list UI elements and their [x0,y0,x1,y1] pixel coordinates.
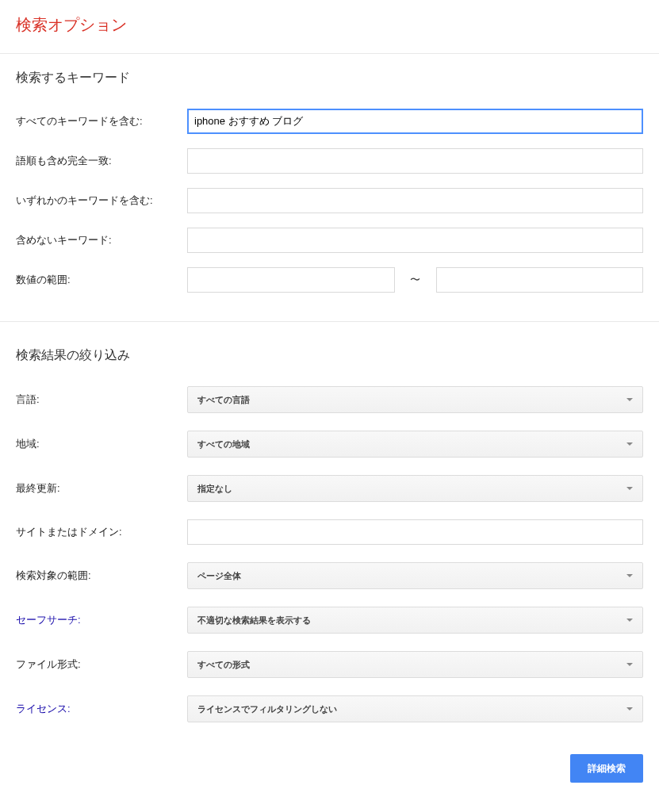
language-select[interactable]: すべての言語 [187,386,643,413]
exact-phrase-input[interactable] [187,148,643,174]
any-words-label: いずれかのキーワードを含む: [16,193,187,208]
last-update-value: 指定なし [197,483,232,495]
number-range-label: 数値の範囲: [16,273,187,287]
file-type-select[interactable]: すべての形式 [187,651,643,678]
site-domain-row: サイトまたはドメイン: [16,519,643,545]
all-words-row: すべてのキーワードを含む: [16,109,643,134]
refine-section: 検索結果の絞り込み 言語: すべての言語 地域: すべての地域 最終更新: 指定… [0,322,659,722]
region-label: 地域: [16,437,187,451]
refine-heading: 検索結果の絞り込み [16,347,643,364]
any-words-row: いずれかのキーワードを含む: [16,188,643,213]
language-row: 言語: すべての言語 [16,386,643,413]
search-scope-value: ページ全体 [197,570,241,582]
search-scope-select[interactable]: ページ全体 [187,562,643,589]
keywords-heading: 検索するキーワード [16,70,643,86]
submit-row: 詳細検索 [0,740,659,799]
file-type-label: ファイル形式: [16,657,187,672]
license-label[interactable]: ライセンス: [16,702,187,716]
any-words-input[interactable] [187,188,643,213]
last-update-label: 最終更新: [16,481,187,496]
page-title: 検索オプション [0,0,659,53]
license-row: ライセンス: ライセンスでフィルタリングしない [16,695,643,722]
site-domain-label: サイトまたはドメイン: [16,525,187,539]
advanced-search-button[interactable]: 詳細検索 [570,754,643,783]
number-range-to-input[interactable] [436,267,644,293]
keywords-section: 検索するキーワード すべてのキーワードを含む: 語順も含め完全一致: いずれかの… [0,54,659,321]
none-words-input[interactable] [187,228,643,253]
number-range-from-input[interactable] [187,267,395,293]
safe-search-row: セーフサーチ: 不適切な検索結果を表示する [16,607,643,634]
region-value: すべての地域 [197,439,250,450]
safe-search-select[interactable]: 不適切な検索結果を表示する [187,607,643,634]
last-update-select[interactable]: 指定なし [187,475,643,502]
all-words-input[interactable] [187,109,643,134]
all-words-label: すべてのキーワードを含む: [16,114,187,128]
range-separator: 〜 [395,273,436,287]
file-type-row: ファイル形式: すべての形式 [16,651,643,678]
safe-search-label[interactable]: セーフサーチ: [16,613,187,627]
license-value: ライセンスでフィルタリングしない [197,703,337,715]
language-label: 言語: [16,393,187,407]
search-scope-label: 検索対象の範囲: [16,569,187,583]
safe-search-value: 不適切な検索結果を表示する [197,615,311,626]
exact-phrase-label: 語順も含め完全一致: [16,154,187,168]
number-range-row: 数値の範囲: 〜 [16,267,643,293]
language-value: すべての言語 [197,394,250,406]
site-domain-input[interactable] [187,519,643,545]
none-words-row: 含めないキーワード: [16,228,643,253]
file-type-value: すべての形式 [197,659,250,671]
region-row: 地域: すべての地域 [16,431,643,458]
search-scope-row: 検索対象の範囲: ページ全体 [16,562,643,589]
license-select[interactable]: ライセンスでフィルタリングしない [187,695,643,722]
region-select[interactable]: すべての地域 [187,431,643,458]
last-update-row: 最終更新: 指定なし [16,475,643,502]
exact-phrase-row: 語順も含め完全一致: [16,148,643,174]
none-words-label: 含めないキーワード: [16,233,187,247]
